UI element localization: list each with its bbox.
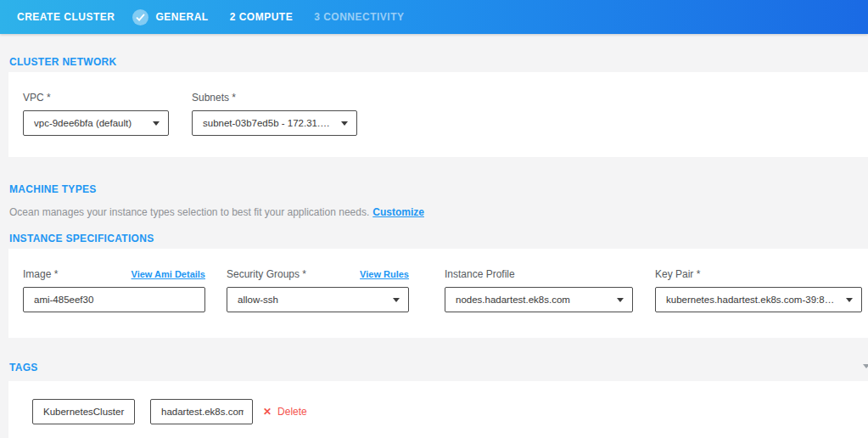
machine-types-description-text: Ocean manages your instance types select… [9, 206, 369, 218]
tags-card: ✕ Delete [8, 381, 868, 438]
tag-value-input[interactable] [150, 399, 253, 424]
step-compute-label: 2 COMPUTE [230, 11, 294, 23]
security-groups-select[interactable]: allow-ssh [227, 287, 409, 312]
instance-profile-select[interactable]: nodes.hadartest.ek8s.com [445, 287, 633, 312]
machine-types-description: Ocean manages your instance types select… [0, 206, 868, 218]
cluster-network-heading: CLUSTER NETWORK [0, 57, 868, 67]
caret-down-icon [153, 121, 160, 126]
security-groups-field: Security Groups * View Rules allow-ssh [227, 269, 409, 338]
customize-link[interactable]: Customize [372, 206, 424, 218]
vpc-selected-value: vpc-9dee6bfa (default) [34, 118, 132, 128]
delete-tag-label: Delete [277, 406, 307, 418]
subnets-selected-value: subnet-03b7ed5b - 172.31.0.0/20 ... [203, 118, 334, 128]
instance-profile-field: Instance Profile nodes.hadartest.ek8s.co… [445, 269, 633, 338]
tag-key-input[interactable] [32, 399, 135, 424]
step-connectivity[interactable]: 3 CONNECTIVITY [314, 11, 404, 23]
caret-down-icon [846, 298, 853, 302]
delete-x-icon: ✕ [263, 407, 272, 417]
step-compute[interactable]: 2 COMPUTE [230, 11, 294, 23]
instance-specifications-heading: INSTANCE SPECIFICATIONS [0, 233, 868, 244]
vpc-label: VPC * [23, 93, 169, 104]
machine-types-heading: MACHINE TYPES [0, 184, 868, 194]
image-label: Image * [23, 269, 58, 280]
image-field: Image * View Ami Details [23, 269, 205, 338]
tags-collapse-icon[interactable] [863, 364, 868, 368]
tags-heading: TAGS [0, 362, 868, 373]
step-general-label: GENERAL [155, 11, 208, 23]
view-rules-link[interactable]: View Rules [360, 269, 409, 279]
caret-down-icon [341, 121, 348, 126]
page-title: CREATE CLUSTER [17, 11, 115, 23]
subnets-select[interactable]: subnet-03b7ed5b - 172.31.0.0/20 ... [192, 110, 357, 136]
caret-down-icon [617, 298, 624, 302]
delete-tag-button[interactable]: ✕ Delete [263, 399, 307, 424]
key-pair-field: Key Pair * kubernetes.hadartest.ek8s.com… [655, 269, 862, 338]
security-groups-label: Security Groups * [227, 269, 306, 280]
instance-profile-selected-value: nodes.hadartest.ek8s.com [456, 295, 570, 305]
wizard-topbar: CREATE CLUSTER GENERAL 2 COMPUTE 3 CONNE… [0, 0, 868, 34]
step-general[interactable]: GENERAL [132, 9, 208, 25]
step-connectivity-label: 3 CONNECTIVITY [314, 11, 404, 23]
vpc-select[interactable]: vpc-9dee6bfa (default) [23, 110, 169, 136]
image-input[interactable] [23, 287, 205, 312]
vpc-field: VPC * vpc-9dee6bfa (default) [23, 93, 169, 157]
caret-down-icon [393, 298, 400, 302]
wizard-body: CLUSTER NETWORK VPC * vpc-9dee6bfa (defa… [0, 57, 868, 438]
tag-row: ✕ Delete [32, 399, 307, 424]
key-pair-selected-value: kubernetes.hadartest.ek8s.com-39:84:a5:9… [666, 295, 839, 305]
wizard-steps: GENERAL 2 COMPUTE 3 CONNECTIVITY [132, 9, 425, 25]
instance-profile-label: Instance Profile [445, 269, 633, 280]
subnets-label: Subnets * [192, 93, 357, 104]
key-pair-label: Key Pair * [655, 269, 862, 280]
cluster-network-card: VPC * vpc-9dee6bfa (default) Subnets * s… [8, 72, 868, 157]
instance-specifications-card: Image * View Ami Details Security Groups… [8, 249, 868, 338]
check-circle-icon [132, 9, 148, 25]
key-pair-select[interactable]: kubernetes.hadartest.ek8s.com-39:84:a5:9… [655, 287, 862, 312]
security-groups-selected-value: allow-ssh [238, 295, 278, 305]
view-ami-details-link[interactable]: View Ami Details [132, 269, 205, 279]
subnets-field: Subnets * subnet-03b7ed5b - 172.31.0.0/2… [192, 93, 357, 157]
